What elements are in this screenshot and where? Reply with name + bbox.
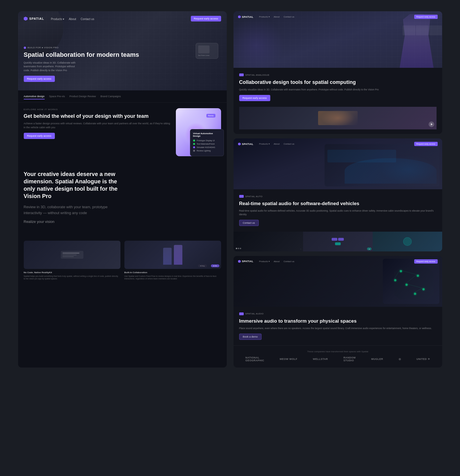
spatial-nav-products[interactable]: Products ▾	[259, 143, 270, 145]
vd-title: Virtual Automotive Design	[193, 132, 221, 137]
audio-badge-text: SPATIAL AUDIO	[245, 312, 264, 315]
audio-nav-about[interactable]: About	[274, 260, 280, 263]
spatial-cta-button[interactable]: Contact us	[239, 220, 259, 226]
nav-links: Products ▾ About Contact us	[51, 16, 94, 21]
audio-nav-cta[interactable]: Request early access	[414, 259, 438, 264]
screenshot-desc-0: Spatial helps you build something that f…	[24, 275, 120, 281]
car-thumb-3	[373, 232, 442, 251]
spatial-content: SPATIAL AUTO Real-time spatial audio for…	[234, 189, 442, 232]
collab-nav-products[interactable]: Products ▾	[259, 16, 270, 18]
collab-logo-icon	[238, 16, 241, 18]
badge-row: BUILD FOR ● VISION PRO	[24, 46, 182, 49]
audio-nav-products[interactable]: Products ▾	[259, 260, 270, 263]
spatial-nav: SPATIAL Products ▾ About Contact us Requ…	[234, 138, 442, 149]
audio-content: SPATIAL AUDIO Immersive audio to transfo…	[234, 307, 442, 345]
svg-line-4	[414, 288, 422, 293]
hero-title: Spatial collaboration for modern teams	[24, 51, 182, 58]
car-block-cyan-1	[335, 242, 341, 245]
car-block-purple-2	[338, 238, 344, 241]
toggle-badge: ●	[367, 247, 371, 250]
section-desc: Achieve a faster design process with vir…	[24, 122, 171, 129]
vd-text-1: Test Materials/Finish	[197, 143, 215, 145]
mini-bar	[62, 253, 79, 254]
collab-badge-dot	[239, 73, 244, 76]
dashboard	[327, 150, 396, 162]
main-hero-section: Set Point Lines SPATIAL Products ▾ About…	[18, 11, 227, 90]
left-column: Set Point Lines SPATIAL Products ▾ About…	[18, 11, 227, 368]
logo-united: UNITED ✈	[416, 358, 430, 360]
audio-title: Immersive audio to transform your physic…	[239, 318, 437, 324]
creative-section: Your creative ideas deserve a new dimens…	[18, 162, 227, 241]
nav-cta-button[interactable]: Request early access	[191, 16, 221, 21]
logo-icon	[24, 17, 28, 21]
svg-line-0	[400, 270, 417, 275]
gallery-t1	[403, 25, 415, 35]
scene-dark-2: ● On ● Eng	[124, 241, 221, 269]
tab-brand[interactable]: Brand Campaigns	[100, 95, 121, 99]
audio-cta-button[interactable]: Book a demo	[239, 334, 262, 340]
vd-dot-1	[193, 143, 195, 145]
spatial-logo: SPATIAL	[238, 143, 254, 145]
spatial-nav-cta[interactable]: Request early access	[414, 142, 438, 146]
section-title: Get behind the wheel of your design with…	[24, 113, 171, 119]
play-triangle-icon	[431, 123, 433, 125]
car-icon-row-1	[332, 238, 344, 241]
tab-automotive[interactable]: Automotive design	[24, 95, 45, 99]
mini-bar-3	[62, 256, 74, 257]
card-main: Set Point Lines SPATIAL Products ▾ About…	[18, 11, 227, 368]
thumb-dots	[236, 248, 241, 249]
svg-line-2	[405, 284, 422, 288]
section-cta-button[interactable]: Request early access	[24, 133, 55, 139]
audio-badge: SPATIAL AUDIO	[239, 312, 437, 315]
main-grid: Set Point Lines SPATIAL Products ▾ About…	[18, 11, 442, 368]
screenshot-thumb-1: ● On ● Eng	[124, 241, 221, 269]
preview-label-top: Remix	[206, 114, 215, 118]
dot-row	[236, 248, 241, 249]
badge-dot	[24, 47, 26, 49]
how-section: EXPLORE HOW IT WORKS Get behind the whee…	[18, 103, 227, 162]
audio-nav-contact[interactable]: Contact us	[284, 260, 294, 263]
svg-line-3	[394, 270, 400, 279]
svg-line-1	[405, 275, 417, 284]
collab-cta-button[interactable]: Request early access	[239, 95, 270, 101]
engine-strip-wrap	[234, 107, 442, 134]
audio-logo-icon	[238, 260, 241, 263]
tab-product[interactable]: Product Design Review	[70, 95, 96, 99]
card-collab: SPATIAL Products ▾ About Contact us Requ…	[234, 11, 442, 134]
hero-cta-button[interactable]: Request early access	[24, 76, 55, 82]
collab-nav-cta[interactable]: Request early access	[414, 15, 438, 19]
spatial-badge-text: SPATIAL AUTO	[245, 195, 263, 198]
audio-logo: SPATIAL	[238, 260, 254, 263]
vd-dot-3	[193, 150, 195, 152]
engine-glow	[321, 110, 355, 127]
play-button[interactable]	[429, 121, 434, 127]
device-screen	[198, 45, 210, 53]
collab-badge-text: SPATIAL ANALOGUE	[245, 74, 270, 76]
tab-space[interactable]: Space Pre-vis	[49, 95, 65, 99]
how-left: EXPLORE HOW IT WORKS Get behind the whee…	[24, 108, 171, 156]
audio-ring	[403, 237, 412, 246]
right-column: SPATIAL Products ▾ About Contact us Requ…	[234, 11, 442, 368]
logo-wellstar: Wellstar	[313, 358, 328, 360]
collab-nav-about[interactable]: About	[274, 16, 280, 18]
vd-item-2: Simulate HUD/ADAS	[193, 146, 221, 148]
scene-dark-1	[24, 241, 120, 269]
spatial-nav-contact[interactable]: Contact us	[284, 143, 294, 145]
status-badge-2: ● Eng	[198, 264, 207, 267]
hero-desc: Quickly visualize ideas in 3D. Collabora…	[24, 61, 80, 73]
card-spatial: SPATIAL Products ▾ About Contact us Requ…	[234, 138, 442, 251]
audio-nav-items: Products ▾ About Contact us	[259, 260, 294, 263]
spatial-title: Real-time spatial audio for software-def…	[239, 201, 437, 207]
collab-nav-contact[interactable]: Contact us	[284, 16, 294, 18]
tabs-section: Automotive design Space Pre-vis Product …	[18, 90, 227, 103]
nav-about[interactable]: About	[69, 16, 76, 21]
nav-contact[interactable]: Contact us	[81, 16, 94, 21]
dot-1	[236, 248, 237, 249]
spatial-nav-about[interactable]: About	[274, 143, 280, 145]
spatial-badge: SPATIAL AUTO	[239, 195, 437, 198]
logo-meow: MEOW WOLF	[280, 358, 297, 360]
screenshot-label-1: Built-In Collaboration	[124, 271, 221, 274]
audio-badge-dot	[239, 312, 244, 315]
nav-products[interactable]: Products ▾	[51, 16, 64, 21]
badge-text: BUILD FOR ● VISION PRO	[28, 46, 59, 49]
